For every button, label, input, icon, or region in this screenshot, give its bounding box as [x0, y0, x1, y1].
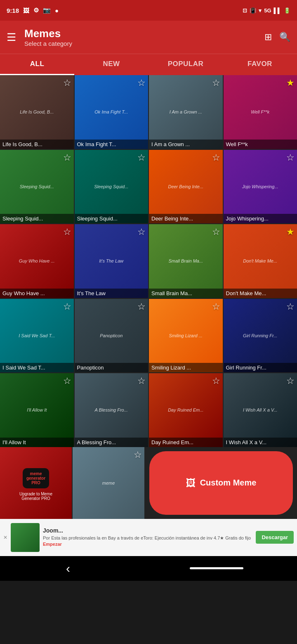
- star-button[interactable]: ☆: [137, 376, 146, 386]
- meme-cell-18[interactable]: A Blessing Fro...☆A Blessing Fro...: [75, 373, 148, 447]
- meme-label: Day Ruined Em...: [149, 438, 223, 447]
- meme-label: I'll Allow It: [0, 438, 74, 447]
- star-button[interactable]: ☆: [63, 152, 71, 163]
- status-time: 9:18: [7, 7, 19, 14]
- meme-cell-extra1[interactable]: meme ☆: [73, 447, 144, 519]
- star-button[interactable]: ☆: [63, 227, 71, 237]
- signal-bars: ▌▌: [274, 7, 281, 14]
- app-header: ☰ Memes Select a category ⊞ 🔍: [0, 21, 297, 54]
- meme-cell-1[interactable]: Life Is Good, B...☆Life Is Good, B...: [0, 75, 74, 149]
- meme-label: It's The Law: [75, 289, 148, 298]
- meme-cell-10[interactable]: It's The Law☆It's The Law: [75, 224, 148, 298]
- meme-cell-20[interactable]: I Wish All X a V...☆I Wish All X a V...: [224, 373, 297, 447]
- meme-label: Ok Ima Fight T...: [75, 140, 148, 149]
- star-button[interactable]: ☆: [63, 78, 71, 88]
- ad-title: Joom...: [43, 527, 252, 535]
- ad-empezar: Empezar: [43, 541, 252, 547]
- meme-cell-4[interactable]: Well F**k★Well F**k: [224, 75, 297, 149]
- home-indicator[interactable]: [190, 567, 243, 569]
- app-title: Memes: [24, 27, 256, 40]
- ad-download-button[interactable]: Descargar: [256, 531, 294, 544]
- status-left: 9:18 🖼 ⚙ 📷 ●: [7, 7, 59, 14]
- meme-label: Small Brain Ma...: [149, 289, 223, 298]
- meme-label: Panopticon: [75, 363, 148, 372]
- ad-banner: ✕ Joom... Por Esta las profesionales la …: [0, 519, 297, 556]
- meme-label: Girl Running Fr...: [224, 363, 297, 372]
- star-button[interactable]: ☆: [212, 152, 220, 163]
- meme-cell-14[interactable]: Panopticon☆Panopticon: [75, 299, 148, 373]
- star-button[interactable]: ☆: [212, 78, 220, 88]
- list-view-icon[interactable]: ⊞: [264, 32, 272, 43]
- meme-label: Sleeping Squid...: [0, 214, 74, 223]
- tab-popular[interactable]: POPULAR: [148, 54, 223, 75]
- meme-label: Deer Being Inte...: [149, 214, 223, 223]
- star-button[interactable]: ☆: [63, 376, 71, 386]
- meme-label: I Wish All X a V...: [224, 438, 297, 447]
- custom-meme-button[interactable]: 🖼 Custom Meme: [149, 451, 293, 515]
- meme-cell-8[interactable]: Jojo Whispering...☆Jojo Whispering...: [224, 150, 297, 224]
- meme-label: I Am a Grown ...: [149, 140, 223, 149]
- meme-cell-7[interactable]: Deer Being Inte...☆Deer Being Inte...: [149, 150, 223, 224]
- ad-close-button[interactable]: ✕: [3, 535, 7, 540]
- meme-cell-13[interactable]: I Said We Sad T...☆I Said We Sad T...: [0, 299, 74, 373]
- star-button[interactable]: ☆: [286, 152, 295, 163]
- header-icons: ⊞ 🔍: [264, 32, 290, 43]
- cast-icon: ⊡: [243, 7, 247, 14]
- meme-cell-16[interactable]: Girl Running Fr...☆Girl Running Fr...: [224, 299, 297, 373]
- meme-label: Well F**k: [224, 140, 297, 149]
- wifi-icon: ▾: [259, 7, 262, 14]
- star-button[interactable]: ☆: [134, 450, 142, 460]
- app-subtitle: Select a category: [24, 40, 256, 47]
- star-button[interactable]: ★: [286, 227, 295, 237]
- meme-cell-5[interactable]: Sleeping Squid...☆Sleeping Squid...: [0, 150, 74, 224]
- nav-bar: ‹: [0, 556, 297, 581]
- meme-label: A Blessing Fro...: [75, 438, 148, 447]
- meme-cell-17[interactable]: I'll Allow It☆I'll Allow It: [0, 373, 74, 447]
- tab-all[interactable]: ALL: [0, 54, 74, 75]
- star-button[interactable]: ☆: [137, 227, 146, 237]
- ad-image: [11, 523, 40, 552]
- category-tabs: ALL NEW POPULAR FAVOR: [0, 54, 297, 75]
- meme-cell-12[interactable]: Don't Make Me...★Don't Make Me...: [224, 224, 297, 298]
- meme-cell-15[interactable]: Smiling Lizard ...☆Smiling Lizard ...: [149, 299, 223, 373]
- meme-cell-9[interactable]: Guy Who Have ...☆Guy Who Have ...: [0, 224, 74, 298]
- status-dot: ●: [55, 7, 59, 14]
- star-button[interactable]: ☆: [212, 376, 220, 386]
- signal-icon: 5G: [264, 7, 271, 14]
- meme-label: Smiling Lizard ...: [149, 363, 223, 372]
- status-photo-icon: 🖼: [23, 7, 29, 14]
- star-button[interactable]: ☆: [137, 301, 146, 312]
- search-icon[interactable]: 🔍: [279, 32, 290, 43]
- star-button[interactable]: ☆: [137, 152, 146, 163]
- tab-favorites[interactable]: FAVOR: [223, 54, 297, 75]
- custom-meme-label: Custom Meme: [200, 478, 257, 488]
- meme-cell-11[interactable]: Small Brain Ma...☆Small Brain Ma...: [149, 224, 223, 298]
- menu-button[interactable]: ☰: [7, 31, 16, 44]
- battery-icon: 🔋: [284, 7, 290, 14]
- meme-label: Life Is Good, B...: [0, 140, 74, 149]
- meme-cell-3[interactable]: I Am a Grown ...☆I Am a Grown ...: [149, 75, 223, 149]
- meme-label: Guy Who Have ...: [0, 289, 74, 298]
- meme-cell-19[interactable]: Day Ruined Em...☆Day Ruined Em...: [149, 373, 223, 447]
- meme-cell-upgrade[interactable]: memegeneratorPRO Upgrade to MemeGenerato…: [0, 447, 72, 519]
- meme-label: Sleeping Squid...: [75, 214, 148, 223]
- tab-new[interactable]: NEW: [74, 54, 148, 75]
- star-button[interactable]: ☆: [286, 301, 295, 312]
- meme-grid: Life Is Good, B...☆Life Is Good, B...Ok …: [0, 75, 297, 447]
- meme-cell-6[interactable]: Sleeping Squid...☆Sleeping Squid...: [75, 150, 148, 224]
- star-button[interactable]: ☆: [137, 78, 146, 88]
- status-image-icon: 📷: [43, 7, 51, 14]
- star-button[interactable]: ☆: [212, 301, 220, 312]
- star-button[interactable]: ★: [286, 78, 295, 88]
- star-button[interactable]: ☆: [212, 227, 220, 237]
- meme-cell-2[interactable]: Ok Ima Fight T...☆Ok Ima Fight T...: [75, 75, 148, 149]
- status-settings-icon: ⚙: [33, 7, 39, 14]
- status-bar: 9:18 🖼 ⚙ 📷 ● ⊡ 📳 ▾ 5G ▌▌ 🔋: [0, 0, 297, 21]
- back-button[interactable]: ‹: [54, 557, 82, 580]
- star-button[interactable]: ☆: [63, 301, 71, 312]
- vibrate-icon: 📳: [250, 7, 256, 14]
- meme-label: Jojo Whispering...: [224, 214, 297, 223]
- ad-content: Joom... Por Esta las profesionales la en…: [43, 527, 252, 547]
- star-button[interactable]: ☆: [286, 376, 295, 386]
- meme-label: I Said We Sad T...: [0, 363, 74, 372]
